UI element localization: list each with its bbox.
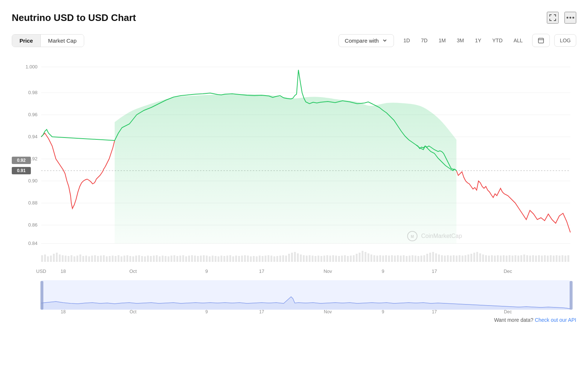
tab-market-cap[interactable]: Market Cap: [41, 35, 84, 47]
time-1d[interactable]: 1D: [398, 35, 415, 46]
api-link[interactable]: Check out our API: [535, 317, 576, 323]
svg-rect-157: [420, 256, 422, 262]
time-ytd[interactable]: YTD: [487, 35, 508, 46]
svg-rect-179: [485, 255, 487, 262]
svg-rect-83: [203, 255, 205, 262]
svg-rect-133: [350, 256, 352, 262]
svg-rect-76: [182, 255, 184, 262]
main-chart-svg: 1.000 0.98 0.96 0.94 0.92 0.90 0.88 0.86…: [12, 56, 576, 313]
svg-rect-41: [79, 254, 81, 262]
svg-rect-101: [256, 256, 258, 262]
svg-rect-92: [229, 255, 231, 262]
svg-rect-39: [74, 256, 75, 262]
svg-rect-181: [491, 255, 493, 262]
svg-rect-57: [126, 255, 128, 262]
svg-rect-182: [494, 256, 496, 262]
svg-rect-126: [329, 256, 331, 262]
svg-text:Dec: Dec: [503, 268, 512, 274]
time-all[interactable]: ALL: [509, 35, 528, 46]
svg-rect-167: [450, 256, 452, 262]
compare-label: Compare with: [345, 38, 379, 44]
svg-rect-155: [415, 256, 416, 262]
svg-rect-68: [159, 256, 161, 262]
svg-rect-160: [429, 253, 431, 262]
more-options-icon[interactable]: [564, 12, 576, 24]
svg-rect-80: [194, 256, 196, 262]
time-3m[interactable]: 3M: [452, 35, 469, 46]
svg-rect-190: [517, 256, 519, 262]
svg-rect-148: [394, 256, 396, 262]
svg-rect-88: [218, 256, 219, 262]
svg-rect-90: [223, 256, 225, 262]
svg-text:0.90: 0.90: [28, 178, 37, 184]
svg-rect-183: [497, 255, 499, 262]
svg-rect-53: [115, 256, 116, 262]
calendar-button[interactable]: [532, 34, 550, 47]
chevron-down-icon: [382, 38, 388, 43]
svg-rect-43: [85, 256, 87, 262]
svg-text:9: 9: [205, 268, 208, 274]
svg-rect-174: [470, 254, 472, 262]
svg-rect-91: [226, 256, 228, 262]
svg-rect-35: [62, 255, 64, 262]
svg-rect-165: [444, 256, 446, 262]
svg-text:18: 18: [61, 309, 66, 313]
svg-rect-30: [47, 256, 49, 262]
svg-rect-135: [356, 254, 358, 262]
svg-rect-93: [232, 256, 234, 262]
svg-rect-81: [197, 256, 199, 262]
svg-rect-227: [570, 281, 573, 310]
time-7d[interactable]: 7D: [416, 35, 433, 46]
log-button[interactable]: LOG: [554, 34, 576, 47]
time-1y[interactable]: 1Y: [470, 35, 486, 46]
svg-rect-46: [94, 255, 96, 262]
svg-rect-187: [509, 255, 510, 262]
svg-text:Oct: Oct: [129, 268, 137, 274]
svg-rect-204: [559, 256, 560, 262]
compare-with-dropdown[interactable]: Compare with: [338, 34, 394, 47]
svg-text:Oct: Oct: [130, 309, 137, 313]
svg-rect-193: [526, 255, 528, 262]
svg-rect-74: [176, 256, 178, 262]
svg-rect-54: [118, 255, 119, 262]
svg-rect-97: [244, 255, 246, 262]
time-period-buttons: 1D 7D 1M 3M 1Y YTD ALL: [398, 35, 528, 46]
svg-rect-71: [168, 256, 169, 262]
tab-price[interactable]: Price: [12, 35, 41, 47]
svg-rect-118: [306, 256, 308, 262]
svg-rect-122: [318, 256, 319, 262]
svg-rect-98: [247, 256, 249, 262]
svg-rect-119: [309, 255, 311, 262]
svg-rect-141: [373, 255, 375, 262]
svg-rect-117: [303, 255, 305, 262]
svg-text:0.94: 0.94: [28, 134, 37, 139]
svg-rect-197: [538, 255, 540, 262]
svg-rect-64: [147, 256, 149, 262]
svg-rect-94: [235, 256, 237, 262]
svg-rect-199: [544, 255, 546, 262]
svg-rect-67: [156, 255, 158, 262]
svg-rect-72: [171, 256, 172, 262]
svg-rect-87: [215, 256, 216, 262]
svg-rect-102: [259, 256, 261, 262]
svg-rect-116: [300, 254, 302, 262]
svg-rect-34: [59, 254, 61, 262]
svg-rect-158: [423, 255, 425, 262]
svg-rect-29: [44, 254, 46, 262]
expand-icon[interactable]: [547, 12, 559, 24]
svg-rect-96: [241, 256, 243, 262]
svg-rect-55: [121, 256, 122, 262]
svg-rect-112: [288, 254, 290, 262]
svg-rect-38: [71, 255, 72, 262]
svg-rect-175: [473, 253, 475, 262]
svg-rect-194: [529, 256, 531, 262]
log-label: LOG: [560, 38, 571, 43]
svg-rect-78: [188, 256, 190, 262]
svg-text:0.98: 0.98: [28, 90, 37, 95]
svg-rect-149: [397, 255, 399, 262]
time-1m[interactable]: 1M: [433, 35, 451, 46]
svg-rect-128: [335, 256, 337, 262]
controls-row: Price Market Cap Compare with 1D 7D 1M 3…: [12, 34, 576, 47]
svg-rect-111: [285, 256, 287, 262]
svg-rect-114: [294, 252, 296, 262]
